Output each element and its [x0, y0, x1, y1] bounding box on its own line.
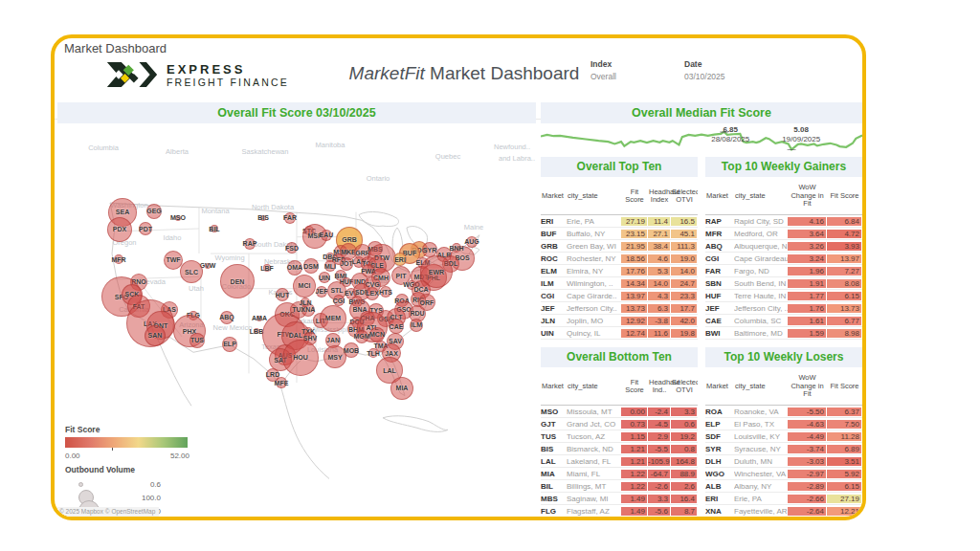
map-bubble-bnh[interactable]: BNH: [452, 243, 461, 253]
table-row[interactable]: BWIBaltimore, MD1.598.98: [705, 327, 862, 340]
table-row[interactable]: SDFLouisville, KY-4.4911.28: [705, 430, 862, 443]
map-bubble-hou[interactable]: HOU: [282, 340, 319, 376]
column-header[interactable]: Fit Score: [827, 192, 862, 201]
map-bubble-pdt[interactable]: PDT: [139, 222, 152, 235]
table-row[interactable]: ELPEl Paso, TX-4.637.50: [705, 418, 862, 430]
map-bubble-mia[interactable]: MIA: [390, 377, 413, 400]
index-filter[interactable]: Index Overall: [590, 59, 616, 81]
map-bubble-uin[interactable]: UIN: [319, 272, 330, 283]
column-header[interactable]: city_state: [734, 383, 788, 391]
map-bubble-den[interactable]: DEN: [220, 264, 255, 298]
table-row[interactable]: XNAFayetteville, AR-2.6412.21: [705, 505, 862, 518]
map-bubble-jln[interactable]: JLN: [301, 298, 310, 307]
map-bubble-cae[interactable]: CAE: [389, 319, 404, 334]
map-bubble-mgm[interactable]: MGM: [355, 330, 368, 343]
map-bubble-tlh[interactable]: TLH: [368, 348, 378, 358]
map-bubble-elp[interactable]: ELP: [222, 337, 237, 352]
table-row[interactable]: DLHDuluth, MN-3.033.51: [705, 455, 862, 468]
date-filter[interactable]: Date 03/10/2025: [684, 59, 725, 81]
map-bubble-bis[interactable]: BIS: [260, 215, 266, 221]
table-row[interactable]: CGICape Girarde..13.974.323.3: [541, 290, 698, 302]
table-row[interactable]: FLGFlagstaff, AZ1.49-5.68.7: [541, 505, 698, 518]
table-row[interactable]: TUSTucson, AZ1.152.919.2: [541, 430, 698, 443]
map-bubble-tus[interactable]: TUS: [189, 333, 205, 348]
table-row[interactable]: JEFJefferson City, ..1.7613.73: [705, 302, 862, 315]
table-row[interactable]: SYRSyracuse, NY-3.746.89: [705, 443, 862, 455]
map-bubble-lbb[interactable]: LBB: [254, 328, 259, 334]
map-bubble-jef[interactable]: JEF: [316, 286, 327, 298]
map-bubble-cgi[interactable]: CGI: [333, 295, 345, 306]
map-bubble-dsm[interactable]: DSM: [303, 258, 319, 274]
map-bubble-eri[interactable]: ERI: [393, 253, 407, 266]
map-bubble-hut[interactable]: HUT: [276, 288, 289, 301]
map-bubble-ilm[interactable]: ILM: [410, 319, 423, 332]
table-row[interactable]: UINQuincy, IL12.7411.619.8: [541, 327, 698, 340]
median-fit-line-chart[interactable]: 6.8528/08/20255.0819/09/2025: [541, 124, 862, 156]
map-bubble-mem[interactable]: MEM: [320, 305, 346, 332]
map-bubble-geg[interactable]: GEG: [146, 204, 162, 219]
map-bubble-mob[interactable]: MOB: [344, 342, 359, 358]
map-bubble-slc[interactable]: SLC: [180, 260, 203, 283]
column-header[interactable]: WoW Change in Fit: [788, 374, 827, 399]
column-header[interactable]: Fit Score: [621, 379, 648, 395]
table-row[interactable]: MFRMedford, OR3.644.72: [705, 228, 862, 240]
table-row[interactable]: ROARoanoke, VA-5.506.37: [705, 406, 862, 418]
map-bubble-mfe[interactable]: MFE: [276, 377, 287, 388]
table-row[interactable]: MSOMissoula, MT0.00-2.43.3: [541, 406, 698, 418]
table-row[interactable]: SBNSouth Bend, IN1.918.08: [705, 277, 862, 290]
table-row[interactable]: GJTGrand Jct, CO0.73-4.50.6: [541, 418, 698, 430]
column-header[interactable]: Market: [541, 383, 567, 391]
table-row[interactable]: BUFBuffalo, NY23.1527.145.1: [541, 228, 698, 240]
table-row[interactable]: BISBismarck, ND1.21-5.50.8: [541, 443, 698, 455]
map-bubble-hts[interactable]: HTS: [380, 286, 391, 298]
table-row[interactable]: ERIErie, PA27.1911.416.5: [541, 215, 698, 228]
map-bubble-rap[interactable]: RAP: [244, 238, 256, 250]
table-row[interactable]: FARFargo, ND1.967.27: [705, 265, 862, 277]
table-row[interactable]: MBSSaginaw, MI1.493.316.4: [541, 493, 698, 505]
map-bubble-mli[interactable]: MLI: [324, 260, 336, 272]
map-bubble-pdx[interactable]: PDX: [107, 217, 132, 242]
table-row[interactable]: ALBAlbany, NY-2.896.15: [705, 480, 862, 493]
map-bubble-san[interactable]: SAN: [145, 325, 166, 346]
column-header[interactable]: city_state: [567, 192, 621, 201]
table-row[interactable]: LALLakeland, FL1.21-105.9164.8: [541, 455, 698, 468]
map-attribution[interactable]: © 2025 Mapbox © OpenStreetMap: [57, 507, 159, 517]
map-bubble-eau[interactable]: EAU: [321, 230, 332, 241]
column-header[interactable]: city_state: [567, 383, 621, 391]
map-bubble-mso[interactable]: MSO: [175, 215, 181, 221]
column-header[interactable]: Selected OTVI: [671, 379, 698, 395]
column-header[interactable]: Fit Score: [621, 188, 648, 205]
table-row[interactable]: UINQuincy, IL-2.4512.74: [705, 518, 862, 520]
column-header[interactable]: Headhaul Ind..: [648, 379, 671, 395]
column-header[interactable]: WoW Change in Fit: [788, 184, 827, 209]
map-bubble-far[interactable]: FAR: [284, 212, 296, 224]
table-row[interactable]: RAPRapid City, SD4.166.84: [705, 215, 862, 228]
table-row[interactable]: WGOWinchester, VA-2.975.92: [705, 468, 862, 480]
date-value[interactable]: 03/10/2025: [684, 72, 725, 81]
map-bubble-bil[interactable]: BIL: [211, 225, 218, 232]
column-header[interactable]: Market: [541, 192, 567, 201]
table-row[interactable]: JLNJoplin, MO12.92-3.842.0: [541, 315, 698, 327]
table-row[interactable]: ELMElmira, NY17.765.314.0: [541, 265, 698, 277]
map-bubble-lex[interactable]: LEX: [366, 287, 379, 300]
table-row[interactable]: HUFTerre Haute, IN1.776.15: [705, 290, 862, 302]
map-bubble-gvw[interactable]: GVW: [205, 263, 211, 269]
map-bubble-ama[interactable]: AMA: [256, 316, 262, 321]
map-bubble-fsd[interactable]: FSD: [286, 242, 298, 253]
column-header[interactable]: Market: [705, 383, 734, 391]
table-row[interactable]: PHXPhoenix, AZ1.65-43.6177.6: [541, 518, 698, 520]
column-header[interactable]: Fit Score: [827, 383, 862, 391]
table-row[interactable]: ABQAlbuquerque, N..3.263.93: [705, 240, 862, 253]
column-header[interactable]: Selected OTVI: [671, 188, 698, 205]
map-bubble-mci[interactable]: MCI: [293, 275, 316, 298]
table-row[interactable]: CAEColumbia, SC1.616.77: [705, 315, 862, 327]
table-row[interactable]: JEFJefferson City..13.736.317.7: [541, 302, 698, 315]
column-header[interactable]: Market: [705, 192, 734, 201]
table-row[interactable]: CGICape Girardeau..3.2413.97: [705, 253, 862, 265]
us-bubble-map[interactable]: ColumbiaAlbertaSaskatchewanManitobaOntar…: [57, 124, 536, 517]
table-row[interactable]: MIAMiami, FL1.22-64.788.9: [541, 468, 698, 480]
column-header[interactable]: city_state: [734, 192, 788, 201]
table-row[interactable]: GRBGreen Bay, WI21.9538.4111.3: [541, 240, 698, 253]
column-header[interactable]: Headhaul Index: [648, 188, 671, 205]
table-row[interactable]: ROCRochester, NY18.564.619.0: [541, 253, 698, 265]
